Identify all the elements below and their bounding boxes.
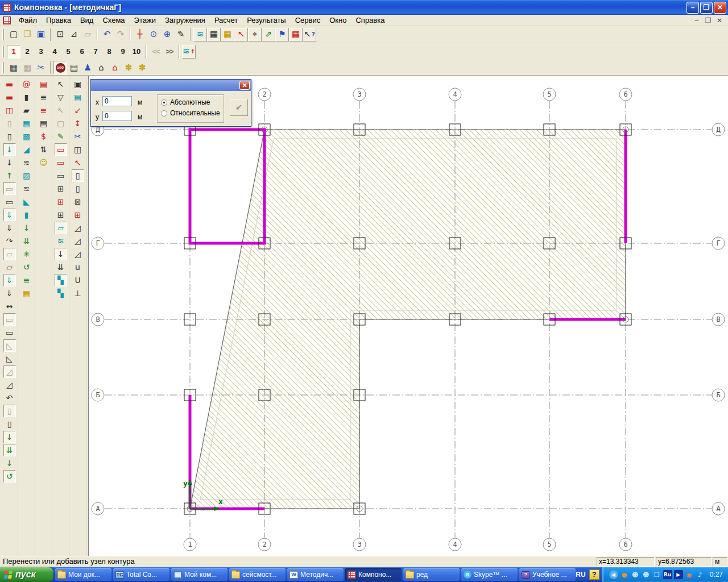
checker-off-icon[interactable]: ▚ bbox=[55, 287, 67, 300]
taskbar-task-tc[interactable]: TCTotal Co... bbox=[113, 568, 169, 581]
slab-edge-icon[interactable]: ◢ bbox=[20, 143, 33, 156]
slab-insert-icon[interactable]: ⇓ bbox=[3, 274, 16, 286]
context-help-icon[interactable]: ↖? bbox=[303, 28, 316, 41]
box-u-icon[interactable]: U bbox=[72, 274, 84, 286]
load-point-icon[interactable]: ↓ bbox=[3, 431, 16, 443]
language-indicator[interactable]: RU bbox=[572, 567, 589, 582]
beam-ghost-icon[interactable]: ▭ bbox=[3, 182, 16, 195]
taskbar-task-doc[interactable]: WМетодич... bbox=[287, 568, 344, 581]
wall-plus-icon[interactable]: ⊞ bbox=[72, 209, 84, 221]
workbench-icon[interactable]: ▤ bbox=[67, 61, 81, 74]
stories-insert-icon[interactable]: ▤ bbox=[38, 78, 50, 90]
absolute-radio[interactable]: Абсолютные bbox=[161, 98, 224, 106]
plan-ghost-icon[interactable]: ▱ bbox=[81, 28, 94, 41]
column-ghost-icon[interactable]: ▯ bbox=[3, 117, 16, 130]
x-coordinate-field[interactable] bbox=[102, 96, 132, 106]
column-raise-icon[interactable]: ↑ bbox=[3, 169, 16, 182]
toolbar-handle[interactable] bbox=[2, 62, 4, 73]
loads-down-icon[interactable]: ⇊ bbox=[20, 235, 33, 247]
contour-white-icon[interactable]: ▭ bbox=[55, 169, 67, 182]
slab-create-icon[interactable]: ▦ bbox=[20, 117, 33, 130]
download-manager-icon[interactable]: ◉ bbox=[685, 570, 694, 579]
leaf-b-icon[interactable]: ✽ bbox=[135, 61, 149, 74]
taskbar-task-skype[interactable]: SSkype™ ... bbox=[461, 568, 518, 581]
punto-ru-icon[interactable]: Ru bbox=[663, 570, 672, 579]
ramp-ghost-icon[interactable]: ◺ bbox=[3, 339, 16, 352]
doc-export-icon[interactable]: ⌂ bbox=[108, 61, 122, 74]
stairs-create-icon[interactable]: ≡ bbox=[20, 274, 33, 286]
edit-pencil-icon[interactable]: ✎ bbox=[174, 28, 188, 41]
plan-canvas[interactable]: yx✕✕112233445566ДДГГВВББАА ✕ x м y м bbox=[88, 76, 728, 556]
filter-icon[interactable]: ▽ bbox=[55, 91, 67, 103]
story-button-4[interactable]: 4 bbox=[48, 45, 61, 59]
leaf-a-icon[interactable]: ✽ bbox=[122, 61, 135, 74]
wall-create-icon[interactable]: ▮ bbox=[20, 91, 33, 103]
pile-n-icon[interactable]: ▯ bbox=[3, 418, 16, 430]
pointer-flag-icon[interactable]: ↖ bbox=[72, 156, 84, 169]
taskbar-task-appgrid[interactable]: Компоно... bbox=[345, 568, 402, 581]
load-line-icon[interactable]: ⇊ bbox=[3, 444, 16, 456]
story-button-10[interactable]: 10 bbox=[130, 45, 143, 59]
wall-u-active-icon[interactable]: ▯ bbox=[72, 169, 84, 182]
wedge-rotate-icon[interactable]: ↶ bbox=[3, 392, 16, 404]
toolbar-handle[interactable] bbox=[2, 46, 4, 57]
save-document-icon[interactable]: ▣ bbox=[34, 28, 48, 41]
grid-fragment-icon[interactable]: ▦ bbox=[221, 28, 234, 41]
frames-icon[interactable]: ◫ bbox=[72, 143, 84, 156]
grid-fragment-2-icon[interactable]: ▦ bbox=[20, 287, 33, 300]
menu-item-вид[interactable]: Вид bbox=[76, 15, 98, 25]
brush-icon[interactable]: ✎ bbox=[55, 130, 67, 143]
wall-edit-icon[interactable]: ▰ bbox=[20, 104, 33, 117]
slab-f-icon[interactable]: ⇓ bbox=[3, 287, 16, 300]
coordinate-axes-icon[interactable]: ┼ bbox=[133, 28, 147, 41]
stories-next-button[interactable]: >> bbox=[163, 45, 176, 59]
fragment-table-icon[interactable]: ▦ bbox=[289, 28, 303, 41]
menu-item-файл[interactable]: Файл bbox=[14, 15, 42, 25]
pillar-create-icon[interactable]: ▮ bbox=[20, 209, 33, 221]
load-down-icon[interactable]: ↓ bbox=[20, 222, 33, 234]
story-move-icon[interactable]: ⇅ bbox=[38, 143, 50, 156]
ramp-n-icon[interactable]: ◺ bbox=[3, 352, 16, 365]
menu-item-схема[interactable]: Схема bbox=[98, 15, 129, 25]
menu-item-окно[interactable]: Окно bbox=[325, 15, 351, 25]
self-weight-icon[interactable]: 100 bbox=[53, 61, 67, 74]
wall-top-icon[interactable]: ▬ bbox=[3, 78, 16, 90]
taskbar-task-computer[interactable]: Мой ком... bbox=[171, 568, 228, 581]
planes-icon[interactable]: ≋ bbox=[55, 235, 67, 247]
start-button[interactable]: пуск bbox=[0, 567, 53, 582]
zoom-window-icon[interactable]: ⊕ bbox=[160, 28, 174, 41]
window-frame-icon[interactable]: ▣ bbox=[72, 78, 84, 90]
zoom-dynamic-icon[interactable]: ⊙ bbox=[147, 28, 160, 41]
net-steps-icon[interactable]: ▦ bbox=[7, 61, 20, 74]
person-load-icon[interactable]: ♟ bbox=[81, 61, 94, 74]
story-button-9[interactable]: 9 bbox=[116, 45, 130, 59]
dialog-title-bar[interactable]: ✕ bbox=[91, 80, 251, 91]
taskbar-task-book[interactable]: ?Учебное ... bbox=[519, 568, 576, 581]
dialog-close-icon[interactable]: ✕ bbox=[239, 81, 250, 90]
opening-ghost-icon[interactable]: ▭ bbox=[3, 313, 16, 326]
story-button-8[interactable]: 8 bbox=[102, 45, 116, 59]
checker-on-icon[interactable]: ▚ bbox=[55, 274, 67, 286]
slab-extend-icon[interactable]: ↔ bbox=[3, 300, 16, 313]
display-icon[interactable]: ❒ bbox=[652, 570, 661, 579]
beam-f-icon[interactable]: ⇓ bbox=[3, 222, 16, 234]
column-insert-icon[interactable]: ↓ bbox=[3, 143, 16, 156]
cursor-add-icon[interactable]: ↖ bbox=[55, 104, 67, 117]
beam-insert-icon[interactable]: ⇓ bbox=[3, 209, 16, 221]
load-tree-icon[interactable]: ✳ bbox=[20, 248, 33, 260]
story-button-5[interactable]: 5 bbox=[61, 45, 75, 59]
contour-red-active-icon[interactable]: ▭ bbox=[55, 143, 67, 156]
cursor-select-icon[interactable]: ↖ bbox=[55, 78, 67, 90]
redo-icon[interactable]: ↷ bbox=[114, 28, 127, 41]
apply-button[interactable]: ✔ bbox=[230, 99, 248, 116]
load-cycle-icon[interactable]: ↺ bbox=[20, 261, 33, 273]
select-node-icon[interactable]: ↖ bbox=[234, 28, 248, 41]
net-delete-icon[interactable]: ▦ bbox=[20, 61, 34, 74]
new-document-icon[interactable]: ▢ bbox=[7, 28, 20, 41]
open-document-icon[interactable]: ❒ bbox=[20, 28, 34, 41]
undo-icon[interactable]: ↶ bbox=[100, 28, 114, 41]
taskbar-task-folder[interactable]: сейсмост... bbox=[229, 568, 286, 581]
flag-options-icon[interactable]: ⚑ bbox=[275, 28, 289, 41]
column-f-icon[interactable]: ↓ bbox=[3, 156, 16, 169]
beam-rotate-icon[interactable]: ↷ bbox=[3, 235, 16, 247]
